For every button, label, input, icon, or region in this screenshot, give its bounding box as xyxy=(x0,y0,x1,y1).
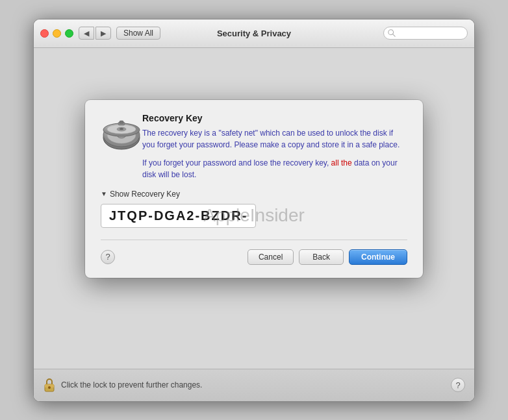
modal-title-area: Recovery Key The recovery key is a "safe… xyxy=(142,113,407,180)
watermark-area: JTQP-DGA2-BZDR- AppleInsider xyxy=(101,204,407,228)
cancel-button[interactable]: Cancel xyxy=(248,249,294,265)
svg-point-11 xyxy=(120,128,123,130)
recovery-key-dialog: Recovery Key The recovery key is a "safe… xyxy=(85,100,423,278)
svg-rect-13 xyxy=(120,121,123,123)
search-input[interactable] xyxy=(398,29,463,37)
recovery-key-section: ▼ Show Recovery Key JTQP-DGA2-BZDR- Appl… xyxy=(101,190,407,228)
continue-button[interactable]: Continue xyxy=(349,249,407,265)
modal-warning: If you forget your password and lose the… xyxy=(142,157,407,180)
svg-point-16 xyxy=(48,386,51,389)
nav-buttons: ◀ ▶ xyxy=(79,27,111,40)
help-button[interactable]: ? xyxy=(101,250,115,264)
show-recovery-label: Show Recovery Key xyxy=(110,190,180,199)
modal-description: The recovery key is a "safety net" which… xyxy=(142,127,407,151)
show-recovery-row[interactable]: ▼ Show Recovery Key xyxy=(101,190,407,199)
modal-buttons: ? Cancel Back Continue xyxy=(101,240,407,265)
modal-title: Recovery Key xyxy=(142,113,407,123)
show-all-button[interactable]: Show All xyxy=(116,27,160,40)
close-button[interactable] xyxy=(40,29,49,38)
modal-overlay: Recovery Key The recovery key is a "safe… xyxy=(34,48,474,330)
traffic-lights xyxy=(40,29,73,38)
window-title: Security & Privacy xyxy=(217,29,291,38)
back-nav-button[interactable]: ◀ xyxy=(79,27,94,40)
search-icon xyxy=(388,29,396,37)
content-area: Recovery Key The recovery key is a "safe… xyxy=(34,48,474,369)
back-button[interactable]: Back xyxy=(299,249,344,265)
lock-label: Click the lock to prevent further change… xyxy=(61,380,202,389)
main-window: ◀ ▶ Show All Security & Privacy xyxy=(33,19,475,402)
svg-line-1 xyxy=(393,34,395,36)
title-bar: ◀ ▶ Show All Security & Privacy xyxy=(34,19,474,48)
warning-highlight: all the xyxy=(331,158,352,167)
bottom-bar: Click the lock to prevent further change… xyxy=(34,369,474,401)
lock-icon xyxy=(43,377,56,393)
disk-icon xyxy=(101,113,142,154)
lock-icon-area[interactable]: Click the lock to prevent further change… xyxy=(43,377,202,393)
recovery-key-display: JTQP-DGA2-BZDR- xyxy=(101,204,256,228)
triangle-icon: ▼ xyxy=(101,190,107,197)
minimize-button[interactable] xyxy=(53,29,61,38)
bottom-help-button[interactable]: ? xyxy=(451,378,465,392)
search-box[interactable] xyxy=(383,27,468,40)
forward-nav-button[interactable]: ▶ xyxy=(95,27,111,40)
modal-header: Recovery Key The recovery key is a "safe… xyxy=(101,113,407,180)
maximize-button[interactable] xyxy=(65,29,73,38)
